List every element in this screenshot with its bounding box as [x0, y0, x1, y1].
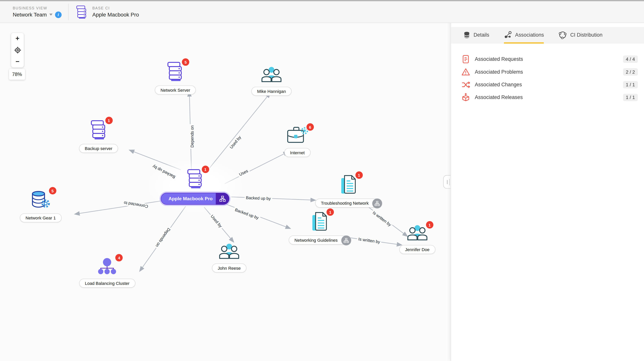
edge-label: Used by: [209, 213, 224, 230]
node-badge: 1: [426, 221, 433, 229]
changes-shuffle-icon: [461, 80, 470, 89]
panel-tabs: Details Associations CI Distribu: [451, 27, 644, 44]
node-backup-server[interactable]: 1 Backup server: [79, 120, 118, 153]
tab-associations[interactable]: Associations: [504, 27, 544, 44]
node-label[interactable]: John Reese: [212, 263, 246, 273]
expand-map-button[interactable]: [216, 193, 230, 205]
node-label: Troubleshooting Network: [321, 201, 368, 206]
node-load-balancing-cluster[interactable]: 4 Load Balancing Cluster: [79, 257, 135, 288]
people-icon: [218, 243, 240, 259]
association-count-badge: 2 / 2: [623, 68, 638, 76]
node-label[interactable]: Internet: [284, 148, 310, 157]
association-label: Associated Changes: [475, 82, 623, 87]
database-gear-icon: [30, 190, 51, 209]
edge-label: Depends on: [190, 124, 195, 149]
node-label[interactable]: Backup server: [79, 144, 118, 153]
expand-map-button[interactable]: [372, 199, 382, 208]
release-box-icon: [461, 93, 470, 102]
tab-details[interactable]: Details: [463, 27, 489, 44]
edge-label: Backed up by: [244, 195, 272, 201]
crosshair-icon[interactable]: [14, 47, 21, 54]
association-count-badge: 4 / 4: [623, 55, 638, 63]
associated-requests-row[interactable]: Associated Requests 4 / 4: [451, 53, 644, 65]
document-icon: [340, 175, 357, 194]
base-ci-caption: BASE CI: [92, 6, 139, 10]
edge-label: Is written by: [357, 236, 382, 245]
business-view-name[interactable]: Network Team: [13, 12, 47, 18]
edge-label: Used by: [228, 134, 243, 151]
business-view-selector[interactable]: BUSINESS VIEW Network Team i: [13, 6, 62, 18]
hierarchy-icon: [374, 201, 380, 206]
server-icon: [90, 120, 107, 140]
node-badge: 5: [182, 58, 189, 66]
edge-label: Depends on: [154, 226, 172, 249]
edge-label: Backed up by: [233, 207, 261, 221]
association-count-badge: 1 / 1: [623, 81, 638, 88]
node-troubleshooting-network[interactable]: 1 Troubleshooting Network: [315, 175, 382, 208]
associated-problems-row[interactable]: Associated Problems 2 / 2: [451, 65, 644, 78]
zoom-level-indicator: 78%: [9, 69, 25, 80]
node-jennifer-doe[interactable]: 1 Jennifer Doe: [399, 224, 435, 254]
panel-collapse-handle[interactable]: [443, 175, 450, 189]
associations-icon: [504, 31, 512, 39]
base-ci-node-pill[interactable]: Apple Macbook Pro: [161, 193, 230, 205]
tab-label: Details: [474, 32, 489, 38]
handle-grip-line: [447, 180, 447, 184]
associated-changes-row[interactable]: Associated Changes 1 / 1: [451, 78, 644, 91]
associated-releases-row[interactable]: Associated Releases 1 / 1: [451, 91, 644, 104]
node-apple-macbook-pro[interactable]: 1 Apple Macbook Pro: [161, 169, 230, 205]
header-divider: [68, 4, 68, 20]
association-label: Associated Releases: [475, 94, 623, 100]
server-icon: [76, 5, 88, 19]
edge-label: Uses: [237, 168, 250, 178]
hierarchy-icon: [343, 238, 349, 243]
database-icon: [463, 31, 470, 39]
zoom-in-button[interactable]: +: [16, 35, 19, 42]
base-ci-block: BASE CI Apple Macbook Pro: [76, 5, 139, 19]
tab-ci-distribution[interactable]: CI Distribution: [559, 27, 602, 44]
handle-grip-line: [449, 179, 450, 185]
node-network-server[interactable]: 5 Network Server: [155, 62, 196, 94]
server-icon: [167, 62, 184, 81]
people-icon: [261, 66, 282, 83]
business-view-app: BUSINESS VIEW Network Team i BASE CI App…: [0, 0, 644, 361]
base-ci-name: Apple Macbook Pro: [92, 12, 139, 18]
node-badge: 1: [326, 208, 334, 216]
edge-label: Is written by: [371, 209, 393, 228]
node-mike-hannigan[interactable]: Mike Hannigan: [251, 66, 292, 96]
zoom-out-button[interactable]: −: [16, 58, 19, 65]
info-icon[interactable]: i: [55, 11, 62, 18]
node-label[interactable]: Network Gear 1: [20, 213, 62, 222]
tab-label: CI Distribution: [570, 32, 602, 38]
node-pill[interactable]: Troubleshooting Network: [315, 199, 382, 208]
associations-list: Associated Requests 4 / 4 Associated Pro…: [451, 53, 644, 104]
expand-map-button[interactable]: [341, 236, 351, 245]
request-document-icon: [461, 55, 470, 64]
association-label: Associated Problems: [475, 69, 623, 75]
cluster-icon: [97, 257, 118, 274]
node-john-reese[interactable]: John Reese: [212, 243, 246, 272]
relationship-map-canvas[interactable]: Depends on Used by Uses Backed up by Con…: [0, 0, 450, 361]
node-networking-guidelines[interactable]: 1 Networking Guidelines: [289, 212, 351, 245]
node-label[interactable]: Jennifer Doe: [399, 245, 435, 254]
top-bar: BUSINESS VIEW Network Team i BASE CI App…: [0, 1, 644, 23]
node-badge: 1: [355, 171, 363, 179]
node-badge: 5: [49, 187, 56, 194]
edge-label: Connected to: [122, 200, 150, 209]
node-pill[interactable]: Networking Guidelines: [289, 236, 351, 245]
tab-label: Associations: [515, 32, 544, 38]
business-view-caption: BUSINESS VIEW: [13, 6, 62, 10]
node-label[interactable]: Network Server: [155, 86, 196, 95]
chevron-down-icon[interactable]: [49, 14, 52, 16]
node-badge: 1: [105, 117, 113, 124]
node-internet[interactable]: 6 Internet: [284, 127, 310, 157]
association-label: Associated Requests: [475, 56, 623, 62]
node-label[interactable]: Mike Hannigan: [251, 87, 292, 96]
node-label: Networking Guidelines: [294, 238, 338, 243]
node-badge: 1: [202, 166, 209, 173]
server-icon: [186, 169, 204, 189]
association-count-badge: 1 / 1: [623, 93, 638, 101]
problem-triangle-icon: [461, 67, 470, 76]
node-label[interactable]: Load Balancing Cluster: [79, 279, 135, 288]
node-network-gear-1[interactable]: 5 Network Gear 1: [20, 190, 62, 222]
